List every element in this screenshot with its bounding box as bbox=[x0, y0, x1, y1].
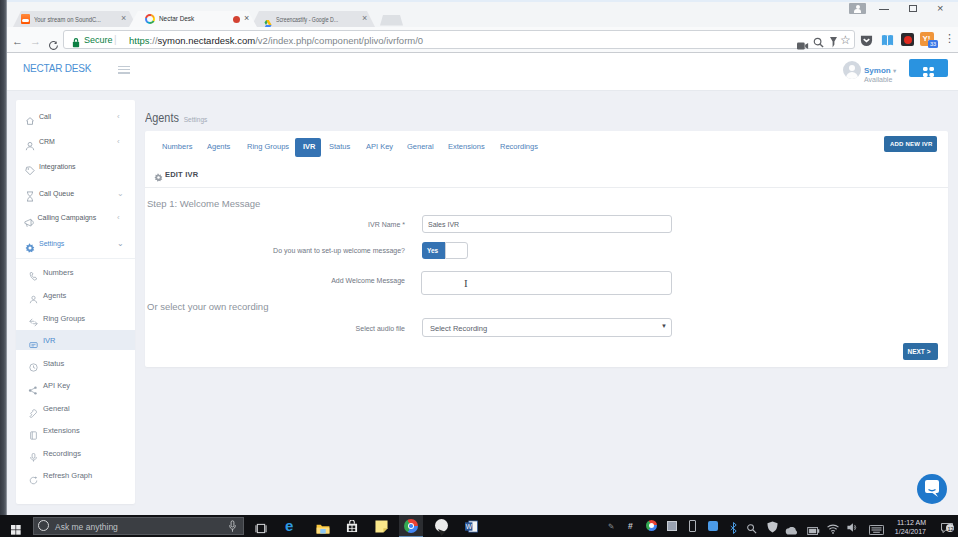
svg-text:W: W bbox=[466, 523, 473, 530]
